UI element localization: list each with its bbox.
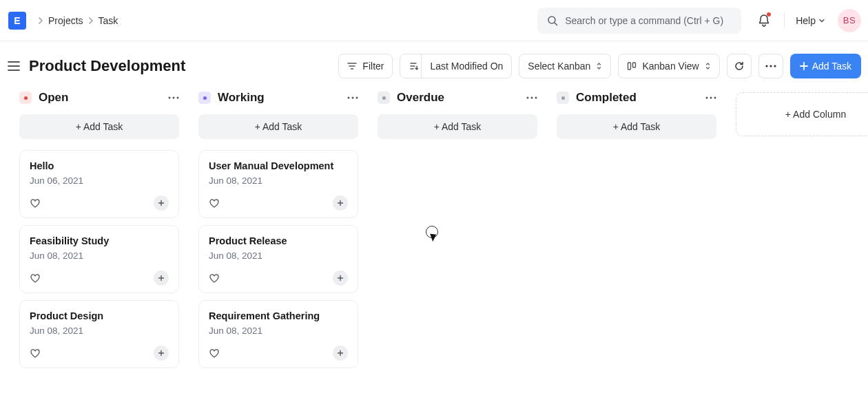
- page-title: Product Development: [29, 57, 185, 75]
- chevron-right-icon: [87, 17, 94, 25]
- sort-updown-icon: [596, 61, 602, 71]
- add-task-button[interactable]: Add Task: [790, 54, 861, 78]
- assign-button[interactable]: [333, 195, 348, 211]
- chevron-down-icon: [818, 17, 825, 24]
- column-menu-button[interactable]: [347, 96, 358, 99]
- column-status-icon: [378, 92, 390, 104]
- help-label: Help: [796, 15, 816, 26]
- assign-button[interactable]: [154, 345, 169, 361]
- column-add-task-button[interactable]: + Add Task: [19, 114, 179, 139]
- app-logo[interactable]: E: [8, 12, 26, 30]
- svg-point-13: [531, 97, 533, 99]
- task-card[interactable]: Product ReleaseJun 08, 2021: [198, 225, 358, 293]
- svg-point-8: [177, 97, 179, 99]
- kanban-column: Overdue+ Add Task: [378, 91, 537, 150]
- avatar[interactable]: BS: [838, 9, 861, 32]
- search-icon: [547, 15, 558, 26]
- column-status-icon: [198, 92, 211, 104]
- column-add-task-button[interactable]: + Add Task: [378, 114, 537, 139]
- breadcrumb-task[interactable]: Task: [99, 15, 118, 26]
- column-title: Working: [218, 91, 347, 105]
- task-card-footer: [30, 345, 169, 361]
- kanban-column: Working+ Add TaskUser Manual Development…: [198, 91, 358, 375]
- task-card[interactable]: User Manual DevelopmentJun 08, 2021: [198, 150, 358, 218]
- task-card-date: Jun 08, 2021: [209, 326, 348, 336]
- add-task-label: Add Task: [812, 61, 851, 72]
- like-button[interactable]: [209, 198, 220, 209]
- svg-rect-2: [633, 63, 636, 67]
- kanban-select-label: Select Kanban: [528, 61, 590, 72]
- svg-point-7: [173, 97, 175, 99]
- svg-point-6: [169, 97, 171, 99]
- breadcrumb: Projects Task: [37, 15, 118, 26]
- column-menu-button[interactable]: [526, 96, 537, 99]
- assign-button[interactable]: [154, 270, 169, 286]
- like-button[interactable]: [30, 273, 41, 284]
- svg-point-3: [765, 65, 767, 67]
- column-status-icon: [557, 92, 569, 104]
- svg-rect-1: [628, 63, 631, 70]
- kanban-select[interactable]: Select Kanban: [519, 54, 611, 78]
- column-title: Open: [39, 91, 168, 105]
- task-card[interactable]: HelloJun 06, 2021: [19, 150, 179, 218]
- sort-button[interactable]: Last Modified On: [400, 54, 512, 78]
- task-card-title: Product Design: [30, 310, 169, 321]
- task-card[interactable]: Feasibility StudyJun 08, 2021: [19, 225, 179, 293]
- column-status-icon: [19, 92, 32, 104]
- column-add-task-button[interactable]: + Add Task: [198, 114, 358, 139]
- filter-icon: [347, 61, 357, 71]
- task-card-footer: [209, 195, 348, 211]
- svg-point-11: [356, 97, 358, 99]
- task-card-date: Jun 08, 2021: [30, 326, 169, 336]
- kanban-icon: [627, 61, 637, 71]
- more-icon: [765, 65, 776, 67]
- assign-button[interactable]: [154, 195, 169, 211]
- task-card-title: Hello: [30, 160, 169, 171]
- help-menu[interactable]: Help: [796, 15, 825, 26]
- add-column-button[interactable]: + Add Column: [736, 92, 868, 136]
- breadcrumb-projects[interactable]: Projects: [48, 15, 83, 26]
- filter-button[interactable]: Filter: [338, 54, 393, 78]
- like-button[interactable]: [30, 198, 41, 209]
- filter-label: Filter: [362, 61, 384, 72]
- like-button[interactable]: [209, 348, 220, 359]
- column-menu-button[interactable]: [168, 96, 179, 99]
- assign-button[interactable]: [333, 345, 348, 361]
- task-card-title: User Manual Development: [209, 160, 348, 171]
- more-button[interactable]: [758, 54, 783, 78]
- kanban-column: Completed+ Add Task: [557, 91, 716, 150]
- global-search[interactable]: [537, 8, 741, 34]
- sidebar-toggle[interactable]: [7, 61, 21, 72]
- task-card-date: Jun 08, 2021: [30, 251, 169, 261]
- column-add-task-button[interactable]: + Add Task: [557, 114, 716, 139]
- column-title: Completed: [576, 91, 705, 105]
- view-select-label: Kanban View: [642, 61, 699, 72]
- task-card-footer: [209, 345, 348, 361]
- column-menu-button[interactable]: [705, 96, 716, 99]
- task-card-footer: [209, 270, 348, 286]
- view-select[interactable]: Kanban View: [618, 54, 719, 78]
- kanban-board: Open+ Add TaskHelloJun 06, 2021Feasibili…: [0, 91, 868, 415]
- task-card-title: Requirement Gathering: [209, 310, 348, 321]
- column-header: Completed: [557, 91, 716, 105]
- top-bar: E Projects Task Help BS: [0, 0, 868, 41]
- like-button[interactable]: [209, 273, 220, 284]
- search-input[interactable]: [565, 15, 732, 26]
- task-card-footer: [30, 270, 169, 286]
- kanban-column: Open+ Add TaskHelloJun 06, 2021Feasibili…: [19, 91, 179, 375]
- divider: [784, 13, 785, 28]
- svg-point-12: [527, 97, 529, 99]
- refresh-icon: [734, 61, 745, 72]
- chevron-right-icon: [37, 17, 44, 25]
- page-toolbar: Product Development Filter Last Modified…: [0, 41, 868, 91]
- sort-updown-icon: [705, 61, 711, 71]
- refresh-button[interactable]: [727, 54, 752, 78]
- task-card[interactable]: Product DesignJun 08, 2021: [19, 300, 179, 368]
- svg-point-10: [352, 97, 354, 99]
- task-card[interactable]: Requirement GatheringJun 08, 2021: [198, 300, 358, 368]
- column-header: Working: [198, 91, 358, 105]
- like-button[interactable]: [30, 348, 41, 359]
- task-card-title: Product Release: [209, 235, 348, 246]
- assign-button[interactable]: [333, 270, 348, 286]
- notifications-button[interactable]: [758, 14, 770, 28]
